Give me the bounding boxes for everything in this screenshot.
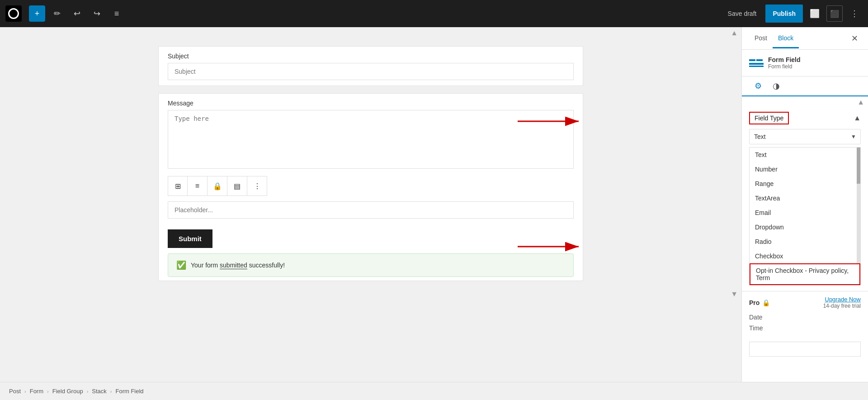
breadcrumb-fieldgroup: Field Group [52, 388, 83, 395]
field-toolbar: ⊞ ≡ 🔒 ▤ ⋮ [159, 176, 583, 201]
placeholder-wrapper [159, 201, 583, 224]
dropdown-item-number[interactable]: Number [750, 162, 860, 176]
dropdown-item-radio[interactable]: Radio [750, 234, 860, 249]
message-textarea-wrapper [159, 110, 583, 176]
sidebar: Post Block ✕ Form Field Form field [741, 27, 868, 382]
field-type-header: Field Type ▲ [749, 112, 861, 124]
pro-header: Pro 🔒 Upgrade Now 14-day free trial [749, 296, 861, 309]
top-scroll-area: ▲ [742, 96, 868, 106]
sidebar-scroll-up[interactable]: ▲ [857, 98, 864, 106]
svg-rect-2 [749, 63, 764, 65]
list-button[interactable]: ≡ [108, 5, 125, 22]
editor-content: Subject Message ⊞ ≡ 🔒 ▤ [158, 37, 583, 290]
sidebar-header: Post Block ✕ [742, 27, 868, 50]
field-toolbar-btn-2[interactable]: ≡ [188, 176, 208, 196]
field-type-select-wrapper: Text ▼ [749, 129, 861, 144]
field-toolbar-btn-1[interactable]: ⊞ [168, 176, 188, 196]
breadcrumb-form: Form [30, 388, 43, 395]
submit-button[interactable]: Submit [168, 229, 212, 248]
field-toolbar-lock[interactable]: 🔒 [208, 176, 227, 196]
field-toolbar-more[interactable]: ⋮ [247, 176, 267, 196]
message-textarea[interactable] [168, 110, 574, 169]
edit-button[interactable]: ✏ [49, 5, 65, 22]
free-trial-text: 14-day free trial [823, 303, 861, 309]
dropdown-item-optin[interactable]: Opt-in Checkbox - Privacy policy, Term [750, 263, 860, 285]
scroll-up-button[interactable]: ▲ [731, 29, 738, 37]
dropdown-item-textarea[interactable]: TextArea [750, 191, 860, 205]
breadcrumb-stack: Stack [92, 388, 107, 395]
more-button[interactable]: ⋮ [846, 5, 863, 22]
subject-input-wrapper [159, 63, 583, 86]
tab-block[interactable]: Block [773, 29, 799, 48]
breadcrumb-sep-2: › [47, 389, 49, 394]
pro-label: Pro 🔒 [749, 299, 770, 306]
tab-post[interactable]: Post [749, 29, 773, 48]
pro-time-item: Time [749, 323, 861, 333]
success-message: ✅ Your form submitted successfully! [168, 253, 574, 277]
success-icon: ✅ [176, 260, 186, 270]
plugin-title-block: Form Field Form field [768, 56, 801, 70]
field-type-select[interactable]: Text [749, 129, 861, 144]
redo-button[interactable]: ↪ [89, 5, 105, 22]
toolbar: + ✏ ↩ ↪ ≡ Save draft Publish ⬜ ⬛ ⋮ [0, 0, 868, 27]
subject-field-block: Subject [158, 46, 583, 86]
settings-tab-gear[interactable]: ⚙ [749, 76, 767, 96]
sidebar-bottom-area [742, 338, 868, 360]
dropdown-item-email[interactable]: Email [750, 205, 860, 220]
breadcrumb-sep-1: › [24, 389, 26, 394]
undo-button[interactable]: ↩ [69, 5, 85, 22]
field-type-section: Field Type ▲ Text ▼ Text Number Range Te… [742, 106, 868, 291]
dropdown-scrollbar[interactable] [857, 148, 860, 263]
form-field-icon [749, 57, 764, 68]
field-type-collapse-button[interactable]: ▲ [854, 114, 861, 122]
subject-input[interactable] [168, 63, 574, 80]
add-block-button[interactable]: + [29, 5, 45, 22]
upgrade-now-button[interactable]: Upgrade Now [825, 296, 861, 303]
pro-date-item: Date [749, 312, 861, 323]
plugin-subtitle: Form field [768, 63, 801, 70]
settings-button[interactable]: ⬛ [826, 5, 843, 22]
breadcrumb-sep-3: › [87, 389, 89, 394]
svg-rect-0 [749, 59, 755, 61]
success-text: Your form submitted successfully! [191, 262, 285, 269]
dropdown-item-checkbox[interactable]: Checkbox [750, 249, 860, 263]
view-button[interactable]: ⬜ [807, 5, 823, 22]
field-type-dropdown: Text Number Range TextArea Email Dropdow… [749, 147, 861, 286]
breadcrumb-sep-4: › [110, 389, 112, 394]
dropdown-item-text[interactable]: Text [750, 148, 860, 162]
save-draft-button[interactable]: Save draft [722, 6, 762, 21]
dropdown-item-dropdown[interactable]: Dropdown [750, 220, 860, 234]
sidebar-close-button[interactable]: ✕ [848, 32, 861, 45]
main-area: ▲ Subject Message [0, 27, 868, 382]
plugin-title: Form Field [768, 56, 801, 63]
sidebar-plugin-header: Form Field Form field [742, 50, 868, 76]
scroll-down-button[interactable]: ▼ [731, 290, 738, 298]
wp-logo [5, 5, 22, 22]
dropdown-item-range[interactable]: Range [750, 176, 860, 191]
pro-section: Pro 🔒 Upgrade Now 14-day free trial Date… [742, 291, 868, 338]
field-toolbar-btn-4[interactable]: ▤ [227, 176, 247, 196]
breadcrumb: Post › Form › Field Group › Stack › Form… [0, 382, 868, 400]
settings-tab-style[interactable]: ◑ [767, 76, 785, 95]
publish-button[interactable]: Publish [765, 5, 803, 23]
editor-area: ▲ Subject Message [0, 27, 741, 382]
lock-icon: 🔒 [762, 299, 770, 306]
svg-rect-1 [756, 59, 763, 61]
sidebar-bottom-input[interactable] [749, 342, 861, 357]
message-field-block: Message ⊞ ≡ 🔒 ▤ ⋮ Submit [158, 93, 583, 281]
subject-label: Subject [159, 47, 583, 63]
upgrade-right: Upgrade Now 14-day free trial [823, 296, 861, 309]
message-label: Message [159, 94, 583, 110]
sidebar-settings-tabs: ⚙ ◑ [742, 76, 868, 96]
field-type-label: Field Type [749, 112, 789, 124]
breadcrumb-post: Post [9, 388, 21, 395]
svg-rect-3 [749, 66, 764, 67]
dropdown-scrollbar-thumb [857, 148, 860, 184]
placeholder-input[interactable] [168, 201, 574, 219]
breadcrumb-formfield: Form Field [115, 388, 143, 395]
